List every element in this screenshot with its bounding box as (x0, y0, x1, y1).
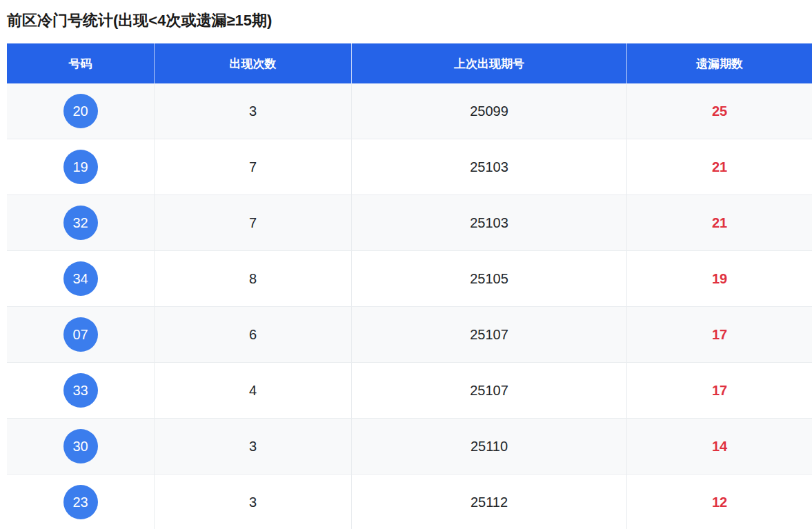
last-period-cell: 25107 (352, 363, 627, 419)
last-period-cell: 25103 (352, 195, 627, 251)
missing-cell: 21 (627, 195, 812, 251)
number-badge: 34 (63, 261, 98, 296)
cold-numbers-table: 号码 出现次数 上次出现期号 遗漏期数 20 3 25099 25 19 7 2… (7, 43, 812, 529)
count-cell: 4 (155, 363, 352, 419)
count-cell: 6 (155, 307, 352, 363)
number-badge: 19 (63, 150, 98, 184)
missing-cell: 14 (627, 419, 812, 475)
count-cell: 3 (155, 475, 352, 529)
number-badge: 23 (63, 485, 98, 519)
missing-cell: 12 (627, 475, 812, 529)
count-cell: 3 (155, 419, 352, 475)
missing-cell: 17 (627, 307, 812, 363)
page: 前区冷门号统计(出现<4次或遗漏≥15期) 号码 出现次数 上次出现期号 遗漏期… (0, 0, 812, 529)
count-cell: 3 (155, 83, 352, 139)
number-cell: 32 (7, 195, 155, 251)
number-cell: 30 (7, 419, 155, 475)
number-badge: 30 (63, 429, 98, 463)
number-badge: 20 (63, 94, 98, 128)
missing-cell: 25 (627, 83, 812, 139)
column-header-count: 出现次数 (155, 43, 352, 83)
number-badge: 07 (63, 317, 98, 352)
last-period-cell: 25112 (352, 475, 627, 529)
number-badge: 33 (63, 373, 98, 408)
missing-cell: 17 (627, 363, 812, 419)
missing-cell: 21 (627, 139, 812, 195)
count-cell: 7 (155, 195, 352, 251)
last-period-cell: 25099 (352, 83, 627, 139)
number-cell: 23 (7, 475, 155, 529)
number-cell: 33 (7, 363, 155, 419)
number-badge: 32 (63, 206, 98, 240)
column-header-last-period: 上次出现期号 (352, 43, 627, 83)
page-title: 前区冷门号统计(出现<4次或遗漏≥15期) (7, 10, 812, 31)
number-cell: 20 (7, 83, 155, 139)
last-period-cell: 25107 (352, 307, 627, 363)
count-cell: 8 (155, 251, 352, 307)
number-cell: 34 (7, 251, 155, 307)
missing-cell: 19 (627, 251, 812, 307)
column-header-number: 号码 (7, 43, 155, 83)
last-period-cell: 25110 (352, 419, 627, 475)
number-cell: 19 (7, 139, 155, 195)
count-cell: 7 (155, 139, 352, 195)
last-period-cell: 25105 (352, 251, 627, 307)
number-cell: 07 (7, 307, 155, 363)
column-header-missing: 遗漏期数 (627, 43, 812, 83)
last-period-cell: 25103 (352, 139, 627, 195)
